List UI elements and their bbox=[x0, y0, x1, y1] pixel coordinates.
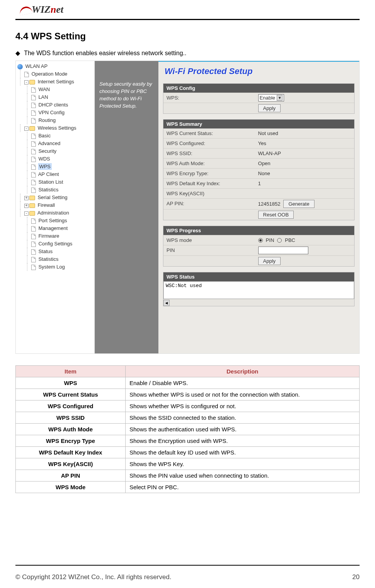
pbc-radio[interactable] bbox=[277, 238, 282, 243]
page-icon bbox=[31, 164, 36, 170]
tree-item[interactable]: + Serial Setting bbox=[20, 194, 94, 201]
wps-enable-select[interactable]: Enable ▼ bbox=[258, 94, 284, 101]
summary-value: Open bbox=[255, 159, 354, 168]
tree-item[interactable]: DHCP clients bbox=[27, 101, 94, 109]
wps-label: WPS: bbox=[163, 93, 255, 103]
table-row: AP PINShows the PIN value used when conn… bbox=[16, 470, 360, 482]
pin-radio-label: PIN bbox=[266, 237, 274, 243]
tree-item[interactable]: Station List bbox=[27, 178, 94, 186]
page-icon bbox=[31, 172, 36, 177]
summary-value: None bbox=[255, 169, 354, 178]
wps-progress-apply-button[interactable]: Apply bbox=[258, 257, 281, 265]
page-icon bbox=[31, 141, 36, 147]
tree-item-label: Statistics bbox=[39, 187, 59, 193]
tree-item[interactable]: + Firewall bbox=[20, 201, 94, 209]
table-row: WPS Default Key IndexShows the default k… bbox=[16, 447, 360, 458]
tree-item-label: Firewall bbox=[38, 202, 55, 208]
tree-item[interactable]: System Log bbox=[27, 263, 94, 271]
page-icon bbox=[31, 103, 36, 108]
tree-item[interactable]: - Administration bbox=[20, 209, 94, 217]
tree-item-label: WPS bbox=[39, 164, 52, 169]
tree-item[interactable]: Config Settings bbox=[27, 240, 94, 248]
tree-item[interactable]: Routing bbox=[27, 117, 94, 124]
tree-item[interactable]: - Internet Settings bbox=[20, 78, 94, 86]
lead-text: The WDS function enables easier wireless… bbox=[24, 50, 187, 56]
collapse-icon[interactable]: - bbox=[24, 211, 29, 216]
tree-item[interactable]: LAN bbox=[27, 93, 94, 101]
summary-value bbox=[255, 189, 354, 198]
summary-key: WPS Default Key Index: bbox=[163, 179, 255, 188]
tree-item[interactable]: Statistics bbox=[27, 186, 94, 194]
tree-item[interactable]: - Wireless Settings bbox=[20, 124, 94, 132]
pin-input[interactable] bbox=[258, 247, 308, 254]
page-number: 20 bbox=[352, 573, 360, 581]
item-desc: Select PIN or PBC. bbox=[126, 482, 360, 493]
tree-item[interactable]: WAN bbox=[27, 86, 94, 93]
wps-mode-label: WPS mode bbox=[163, 235, 255, 245]
page-icon bbox=[31, 133, 36, 139]
tree-item[interactable]: Firmware bbox=[27, 232, 94, 240]
chevron-down-icon: ▼ bbox=[277, 95, 283, 101]
ap-pin-value: 12451852 bbox=[258, 201, 281, 207]
expand-icon[interactable]: + bbox=[24, 204, 29, 208]
description-table: Item Description WPSEnable / Disable WPS… bbox=[15, 365, 360, 493]
item-desc: Shows the authentication used with WPS. bbox=[126, 424, 360, 435]
tree-item-label: Routing bbox=[39, 117, 56, 123]
page-icon bbox=[31, 180, 36, 185]
nav-tree: WLAN AP Operation Mode- Internet Setting… bbox=[16, 61, 95, 353]
tree-item-label: Operation Mode bbox=[32, 71, 67, 77]
summary-key: WPS Encryp Type: bbox=[163, 169, 255, 178]
wps-status-text: WSC:Not used bbox=[163, 281, 354, 299]
tree-item-label: System Log bbox=[39, 264, 65, 270]
item-desc: Shows the Encryption used with WPS. bbox=[126, 435, 360, 447]
item-name: WPS bbox=[16, 377, 126, 389]
item-name: WPS Default Key Index bbox=[16, 447, 126, 458]
item-name: WPS Configured bbox=[16, 400, 126, 412]
tree-item[interactable]: WPS bbox=[27, 163, 94, 171]
wps-config-apply-button[interactable]: Apply bbox=[258, 104, 281, 112]
page-icon bbox=[31, 110, 36, 116]
logo-swoosh-icon bbox=[19, 5, 33, 15]
item-name: WPS Key(ASCII) bbox=[16, 458, 126, 470]
summary-key: WPS SSID: bbox=[163, 149, 255, 158]
tree-item[interactable]: Security bbox=[27, 147, 94, 155]
wps-config-panel: WPS Config WPS: Enable ▼ Apply bbox=[163, 83, 355, 114]
tree-item[interactable]: Port Settings bbox=[27, 217, 94, 225]
tree-item[interactable]: Operation Mode bbox=[20, 70, 94, 78]
collapse-icon[interactable]: - bbox=[24, 127, 29, 131]
tree-item[interactable]: Management bbox=[27, 225, 94, 232]
tree-item[interactable]: VPN Config bbox=[27, 109, 94, 117]
tree-root-label: WLAN AP bbox=[25, 63, 48, 69]
tree-item-label: Security bbox=[39, 148, 57, 154]
expand-icon[interactable]: + bbox=[24, 196, 29, 200]
folder-icon bbox=[29, 196, 35, 200]
item-name: WPS Mode bbox=[16, 482, 126, 493]
tree-root[interactable]: WLAN AP bbox=[17, 63, 94, 70]
item-name: WPS Current Status bbox=[16, 389, 126, 400]
tree-item[interactable]: AP Client bbox=[27, 171, 94, 178]
tree-item[interactable]: Basic bbox=[27, 132, 94, 140]
page-icon bbox=[31, 257, 36, 262]
reset-oob-button[interactable]: Reset OOB bbox=[258, 211, 294, 219]
tree-item[interactable]: Status bbox=[27, 248, 94, 255]
table-row: WPSEnable / Disable WPS. bbox=[16, 377, 360, 389]
folder-icon bbox=[29, 203, 35, 208]
tree-item[interactable]: Statistics bbox=[27, 255, 94, 263]
tree-item[interactable]: Advanced bbox=[27, 140, 94, 147]
tree-item-label: WDS bbox=[39, 156, 50, 162]
bullet-icon: ◆ bbox=[15, 50, 20, 56]
table-row: WPS ModeSelect PIN or PBC. bbox=[16, 482, 360, 493]
page-icon bbox=[31, 87, 36, 93]
tree-item-label: AP Client bbox=[38, 171, 59, 177]
tree-item[interactable]: WDS bbox=[27, 155, 94, 163]
tree-item-label: Port Settings bbox=[39, 218, 67, 223]
scroll-left-icon[interactable]: ◄ bbox=[163, 300, 170, 306]
logo-text: WIZnet bbox=[32, 4, 63, 15]
generate-button[interactable]: Generate bbox=[283, 200, 314, 208]
pin-radio[interactable] bbox=[258, 238, 263, 243]
collapse-icon[interactable]: - bbox=[24, 80, 29, 84]
summary-value: 1 bbox=[255, 179, 354, 188]
tree-item-label: Serial Setting bbox=[38, 194, 67, 200]
brand-logo: WIZnet bbox=[15, 0, 360, 17]
tree-item-label: Firmware bbox=[39, 233, 59, 239]
